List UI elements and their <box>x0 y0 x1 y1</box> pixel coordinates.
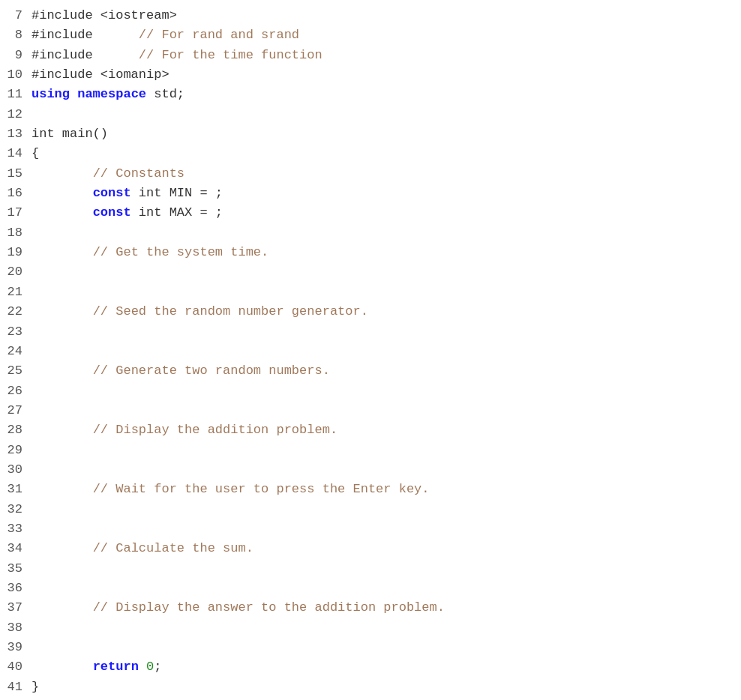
line-content <box>32 618 39 638</box>
line-number: 39 <box>0 638 32 657</box>
token <box>139 660 146 674</box>
token: std; <box>146 87 184 101</box>
code-line: 38 <box>0 618 741 638</box>
token: } <box>32 680 39 694</box>
line-number: 37 <box>0 598 32 618</box>
token: #include <iomanip> <box>32 67 170 82</box>
token: // Generate two random numbers. <box>93 363 330 378</box>
code-line: 41} <box>0 678 741 697</box>
code-line: 40 return 0; <box>0 657 741 677</box>
code-line: 36 <box>0 579 741 598</box>
code-line: 8#include // For rand and srand <box>0 25 741 45</box>
line-content <box>32 697 39 700</box>
token: #include <iostream> <box>32 8 177 22</box>
line-number: 14 <box>0 144 32 163</box>
line-content: const int MIN = ; <box>32 184 223 203</box>
code-line: 32 <box>0 500 741 519</box>
line-content <box>32 559 39 579</box>
token <box>32 205 93 220</box>
line-number: 12 <box>0 105 32 124</box>
token <box>32 660 93 674</box>
code-line: 7#include <iostream> <box>0 6 741 25</box>
token <box>32 423 93 437</box>
token: int main() <box>32 127 108 141</box>
line-content: // Constants <box>32 164 184 184</box>
line-content: // Seed the random number generator. <box>32 302 368 322</box>
line-content <box>32 519 39 539</box>
code-line: 9#include // For the time function <box>0 46 741 65</box>
token <box>70 87 77 101</box>
token <box>32 245 93 259</box>
token: 0 <box>146 660 154 674</box>
code-line: 15 // Constants <box>0 164 741 184</box>
token <box>32 304 93 319</box>
line-number: 19 <box>0 243 32 262</box>
token: // Wait for the user to press the Enter … <box>93 482 430 496</box>
line-content: // Get the system time. <box>32 243 268 262</box>
token: const <box>93 186 131 200</box>
code-line: 11using namespace std; <box>0 85 741 104</box>
line-number: 38 <box>0 618 32 638</box>
line-number: 7 <box>0 6 32 25</box>
token <box>32 186 93 200</box>
line-number: 30 <box>0 460 32 480</box>
token: // Constants <box>93 166 184 181</box>
line-content <box>32 500 39 519</box>
line-number: 17 <box>0 203 32 223</box>
line-content: // Wait for the user to press the Enter … <box>32 480 430 499</box>
line-number: 40 <box>0 657 32 677</box>
line-number: 35 <box>0 559 32 579</box>
code-line: 17 const int MAX = ; <box>0 203 741 223</box>
line-content: return 0; <box>32 657 161 677</box>
line-number: 13 <box>0 124 32 144</box>
line-number: 27 <box>0 401 32 420</box>
line-number: 8 <box>0 25 32 45</box>
code-line: 31 // Wait for the user to press the Ent… <box>0 480 741 499</box>
line-number: 18 <box>0 223 32 243</box>
code-editor: 7#include <iostream>8#include // For ran… <box>0 0 741 700</box>
line-number: 23 <box>0 322 32 342</box>
code-line: 29 <box>0 441 741 460</box>
line-content <box>32 579 39 598</box>
code-line: 39 <box>0 638 741 657</box>
line-content: #include <iostream> <box>32 6 177 25</box>
line-content <box>32 223 39 243</box>
line-content <box>32 401 39 420</box>
token: return <box>93 660 139 674</box>
code-line: 19 // Get the system time. <box>0 243 741 262</box>
token: namespace <box>77 87 146 101</box>
line-number: 29 <box>0 441 32 460</box>
code-line: 25 // Generate two random numbers. <box>0 361 741 381</box>
line-number: 10 <box>0 65 32 85</box>
code-line: 21 <box>0 283 741 302</box>
line-content: } <box>32 678 39 697</box>
line-number: 20 <box>0 262 32 282</box>
line-content <box>32 441 39 460</box>
token: #include <box>32 48 139 62</box>
code-line: 16 const int MIN = ; <box>0 184 741 203</box>
line-content <box>32 342 39 361</box>
code-line: 26 <box>0 381 741 401</box>
token: // For the time function <box>139 48 322 62</box>
line-number: 15 <box>0 164 32 184</box>
code-line: 18 <box>0 223 741 243</box>
line-number: 24 <box>0 342 32 361</box>
line-content <box>32 105 39 124</box>
token <box>32 541 93 555</box>
line-content: const int MAX = ; <box>32 203 223 223</box>
code-line: 13int main() <box>0 124 741 144</box>
line-content: #include // For the time function <box>32 46 322 65</box>
token: // Display the addition problem. <box>93 423 338 437</box>
line-content: { <box>32 144 39 163</box>
line-content: #include <iomanip> <box>32 65 170 85</box>
token: int MIN = ; <box>131 186 223 200</box>
code-line: 22 // Seed the random number generator. <box>0 302 741 322</box>
line-content <box>32 322 39 342</box>
line-number: 21 <box>0 283 32 302</box>
line-content <box>32 460 39 480</box>
line-number: 33 <box>0 519 32 539</box>
code-line: 10#include <iomanip> <box>0 65 741 85</box>
code-line: 30 <box>0 460 741 480</box>
token: // For rand and srand <box>139 28 299 42</box>
token <box>32 600 93 615</box>
